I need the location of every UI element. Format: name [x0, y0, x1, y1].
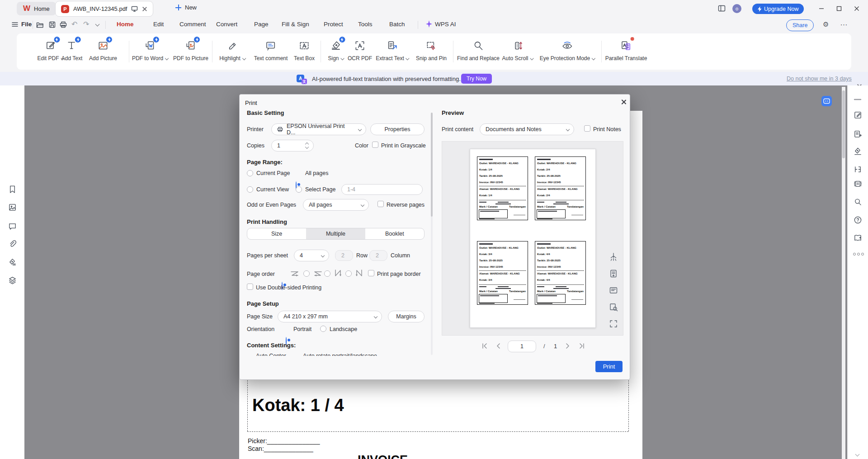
page-number-input[interactable]	[508, 341, 536, 352]
open-folder-icon[interactable]	[36, 22, 44, 28]
settings-gear-icon[interactable]: ⚙	[823, 20, 829, 28]
document-scrollbar[interactable]	[842, 87, 845, 459]
toolbar-parallel-translate[interactable]: Parallel Translate	[605, 39, 647, 62]
toolbar-highlight[interactable]: Highlight	[219, 39, 245, 62]
toolbar-find-and-replace[interactable]: Find and Replace	[457, 39, 500, 62]
toolbar-auto-scroll[interactable]: Auto Scroll	[502, 39, 533, 62]
bookmark-panel-icon[interactable]	[8, 185, 17, 194]
tab-tools[interactable]: Tools	[358, 21, 373, 28]
toolbar-add-text[interactable]: Add Text	[61, 39, 82, 62]
search-icon[interactable]	[854, 198, 862, 206]
close-tab-icon[interactable]	[142, 6, 147, 12]
signature-tool-icon[interactable]	[854, 147, 862, 156]
dismiss-link[interactable]: Do not show me in 3 days	[787, 76, 852, 82]
file-menu[interactable]: File	[12, 21, 32, 28]
print-notes-checkbox[interactable]	[584, 125, 590, 132]
preview-export-tool-icon[interactable]	[609, 269, 618, 278]
toolbar-pdf-to-word[interactable]: PDF to Word	[132, 39, 168, 62]
home-tab[interactable]: W Home	[17, 2, 56, 15]
preview-cleanup-tool-icon[interactable]	[609, 252, 618, 261]
workspace-switch-icon[interactable]	[718, 5, 726, 12]
comments-panel-icon[interactable]	[8, 222, 17, 231]
print-page-border-checkbox[interactable]	[368, 270, 374, 276]
landscape-radio[interactable]	[320, 326, 326, 332]
reverse-pages-checkbox[interactable]	[377, 201, 384, 207]
attachments-panel-icon[interactable]	[8, 239, 17, 248]
toolbar-sign[interactable]: Sign	[328, 39, 344, 62]
margins-button[interactable]: Margins	[388, 311, 425, 322]
pages-per-sheet-select[interactable]: 4	[294, 250, 329, 261]
page-flip-icon[interactable]	[854, 180, 862, 188]
thumbnails-panel-icon[interactable]	[8, 203, 17, 212]
tab-page[interactable]: Page	[254, 21, 269, 28]
help-icon[interactable]	[854, 216, 862, 224]
tab-booklet[interactable]: Booklet	[365, 228, 424, 239]
odd-even-select[interactable]: All pages	[303, 199, 369, 211]
print-icon[interactable]	[60, 21, 67, 28]
toolbar-ocr-pdf[interactable]: OCR PDF	[348, 39, 372, 62]
toolbar-add-picture[interactable]: Add Picture	[89, 39, 117, 62]
wps-ai-menu[interactable]: WPS AI	[426, 20, 456, 28]
settings-scrollbar[interactable]	[431, 113, 433, 355]
settings-scrollbar-thumb[interactable]	[431, 113, 433, 217]
signatures-panel-icon[interactable]	[8, 258, 17, 266]
tab-protect[interactable]: Protect	[324, 21, 343, 28]
current-page-radio[interactable]	[247, 170, 253, 176]
tab-fill-sign[interactable]: Fill & Sign	[282, 21, 309, 28]
double-sided-checkbox[interactable]	[247, 284, 253, 290]
edit-note-icon[interactable]	[854, 111, 862, 119]
toolbar-extract-text[interactable]: Extract Text	[376, 39, 409, 62]
maximize-button[interactable]	[836, 5, 842, 12]
layers-panel-icon[interactable]	[8, 276, 17, 284]
document-tab[interactable]: P AWB_INV-12345.pdf	[55, 1, 153, 17]
copies-stepper[interactable]	[271, 140, 314, 151]
upgrade-now-button[interactable]: Upgrade Now	[752, 4, 804, 14]
tab-convert[interactable]: Convert	[216, 21, 237, 28]
select-page-radio[interactable]	[296, 186, 302, 193]
avatar[interactable]: o	[732, 4, 741, 13]
prev-page-icon[interactable]	[496, 343, 500, 349]
tab-batch[interactable]: Batch	[389, 21, 405, 28]
new-tab-button[interactable]: New	[175, 4, 197, 11]
scroll-down-icon[interactable]	[855, 452, 860, 457]
split-view-icon[interactable]	[854, 165, 862, 174]
wps-assistant-fab[interactable]	[821, 96, 832, 106]
scrollbar-thumb[interactable]	[842, 90, 845, 158]
next-page-icon[interactable]	[566, 343, 570, 349]
preview-zoom-tool-icon[interactable]	[609, 303, 618, 312]
tab-home[interactable]: Home	[117, 21, 134, 28]
reading-mode-icon[interactable]	[854, 234, 862, 242]
current-view-radio[interactable]	[247, 186, 253, 193]
toolbar-eye-protection[interactable]: Eye Protection Mode	[540, 39, 595, 62]
more-options-icon[interactable]: …	[840, 19, 848, 28]
toolbar-text-comment[interactable]: Text comment	[254, 39, 288, 62]
export-document-icon[interactable]	[854, 130, 862, 138]
toolbar-text-box[interactable]: Text Box	[294, 39, 315, 62]
last-page-icon[interactable]	[579, 343, 585, 349]
page-order-vertical-radio[interactable]	[324, 270, 330, 277]
try-now-button[interactable]: Try Now	[461, 74, 492, 84]
page-order-vertical-reverse-radio[interactable]	[345, 270, 352, 277]
close-window-button[interactable]	[854, 5, 860, 12]
monitor-icon[interactable]	[131, 6, 138, 12]
tab-comment[interactable]: Comment	[179, 21, 206, 28]
page-size-select[interactable]: A4 210 x 297 mm	[278, 311, 382, 322]
redo-icon[interactable]: ↷	[83, 20, 89, 28]
tab-size[interactable]: Size	[247, 228, 306, 239]
toolbar-pdf-to-picture[interactable]: PDF to Picture	[173, 39, 208, 62]
tab-edit[interactable]: Edit	[153, 21, 164, 28]
preview-layout-tool-icon[interactable]	[609, 286, 618, 295]
page-order-horizontal-reverse-radio[interactable]	[303, 270, 310, 277]
collapse-icon[interactable]	[854, 98, 862, 101]
undo-icon[interactable]: ↶	[71, 20, 77, 28]
save-icon[interactable]	[49, 21, 56, 28]
quick-access-chevron-icon[interactable]	[95, 22, 100, 27]
select-page-input[interactable]	[341, 184, 423, 195]
first-page-icon[interactable]	[481, 343, 488, 349]
properties-button[interactable]: Properties	[370, 123, 425, 135]
more-tools-icon[interactable]	[853, 253, 864, 256]
grayscale-checkbox[interactable]	[372, 142, 378, 148]
printer-select[interactable]: EPSON Universal Print D...	[271, 123, 366, 135]
toolbar-edit-pdf[interactable]: Edit PDF	[37, 39, 64, 62]
minimize-button[interactable]	[818, 5, 825, 12]
